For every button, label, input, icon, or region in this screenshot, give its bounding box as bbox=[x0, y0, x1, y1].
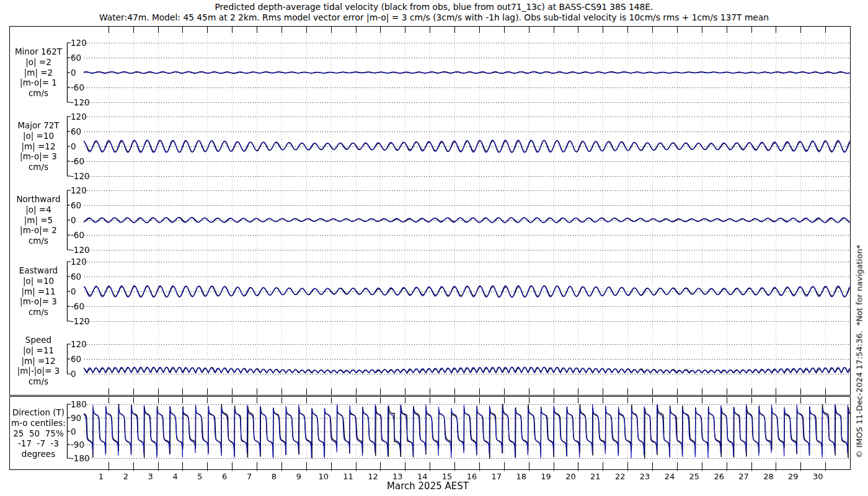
y-tick-label: 60 bbox=[71, 200, 81, 210]
panel-label-line: |m-o|= 3 bbox=[4, 151, 73, 162]
panel-label-line: cm/s bbox=[4, 307, 73, 317]
panel-label-line: |m-o|= 2 bbox=[4, 225, 73, 236]
panel-label-line: |m| =2 bbox=[4, 68, 73, 78]
panel-label-line: Minor 162T bbox=[4, 46, 73, 57]
x-tick-label: 18 bbox=[511, 472, 532, 481]
panel-label-block-northward: Northward|o| =4|m| =5|m-o|= 2cm/s bbox=[4, 194, 73, 246]
panel-label-line: |o| =11 bbox=[4, 345, 73, 356]
x-tick-label: 17 bbox=[486, 472, 507, 481]
x-tick-label: 4 bbox=[165, 472, 186, 481]
y-tick-label: 0 bbox=[71, 427, 76, 436]
x-tick-label: 9 bbox=[288, 472, 309, 481]
panel-label-line: degrees bbox=[4, 449, 73, 459]
y-tick-label: 120 bbox=[71, 185, 87, 195]
panel-label-line: m-o centiles: bbox=[4, 418, 73, 428]
x-tick-label: 13 bbox=[387, 472, 408, 481]
x-tick-label: 23 bbox=[634, 472, 655, 481]
y-tick-label: 0 bbox=[71, 68, 76, 78]
panel-label-line: |m-o|= 3 bbox=[4, 296, 73, 307]
y-tick-label: -90 bbox=[71, 440, 84, 450]
y-tick-label: -120 bbox=[71, 245, 90, 255]
panel-label-line: |m| =5 bbox=[4, 215, 73, 226]
x-tick-label: 25 bbox=[684, 472, 705, 481]
y-tick-label: -120 bbox=[71, 316, 90, 326]
panel-label-line: |m| =11 bbox=[4, 286, 73, 297]
panel-label-line: |o| =10 bbox=[4, 131, 73, 141]
chart-plot-canvas bbox=[0, 0, 868, 496]
y-tick-label: 60 bbox=[71, 53, 81, 63]
y-tick-label: -120 bbox=[71, 97, 90, 107]
y-tick-label: 60 bbox=[71, 354, 81, 364]
x-tick-label: 26 bbox=[709, 472, 730, 481]
panel-label-line: |o| =10 bbox=[4, 276, 73, 286]
x-tick-label: 28 bbox=[758, 472, 779, 481]
y-tick-label: -60 bbox=[71, 82, 84, 92]
panel-label-line: |m| =12 bbox=[4, 356, 73, 366]
panel-label-line: |m|-|o|= 3 bbox=[4, 366, 73, 376]
x-tick-label: 21 bbox=[585, 472, 606, 481]
x-tick-label: 10 bbox=[313, 472, 334, 481]
y-tick-label: 90 bbox=[71, 413, 81, 423]
x-tick-label: 14 bbox=[412, 472, 433, 481]
panel-label-line: cm/s bbox=[4, 88, 73, 99]
panel-label-line: Northward bbox=[4, 194, 73, 205]
panel-label-block-major: Major 72T|o| =10|m| =12|m-o|= 3cm/s bbox=[4, 120, 73, 172]
x-tick-label: 2 bbox=[115, 472, 136, 481]
panel-label-line: 25 50 75% bbox=[4, 428, 73, 439]
y-tick-label: 60 bbox=[71, 126, 81, 136]
y-tick-label: 120 bbox=[71, 257, 87, 267]
y-tick-label: 60 bbox=[71, 272, 81, 281]
y-tick-label: -120 bbox=[71, 171, 90, 181]
x-tick-label: 15 bbox=[436, 472, 458, 481]
panel-label-line: |o| =2 bbox=[4, 57, 73, 68]
x-tick-label: 7 bbox=[239, 472, 260, 481]
y-tick-label: 120 bbox=[71, 112, 87, 122]
y-tick-label: 0 bbox=[71, 215, 76, 225]
y-tick-label: -60 bbox=[71, 230, 84, 240]
x-tick-label: 29 bbox=[782, 472, 804, 481]
x-tick-label: 24 bbox=[659, 472, 680, 481]
x-tick-label: 3 bbox=[140, 472, 161, 481]
panel-label-line: |o| =4 bbox=[4, 205, 73, 215]
y-tick-label: -180 bbox=[71, 453, 90, 463]
x-tick-label: 27 bbox=[733, 472, 755, 481]
panel-label-line: -17 -7 -3 bbox=[4, 438, 73, 449]
y-tick-label: -60 bbox=[71, 156, 84, 166]
x-tick-label: 30 bbox=[807, 472, 828, 481]
tidal-velocity-chart: Predicted depth-average tidal velocity (… bbox=[0, 0, 868, 496]
x-tick-label: 1 bbox=[91, 472, 112, 481]
y-tick-label: 120 bbox=[71, 339, 87, 349]
x-tick-label: 22 bbox=[609, 472, 631, 481]
x-tick-label: 20 bbox=[560, 472, 581, 481]
x-tick-label: 11 bbox=[338, 472, 359, 481]
x-tick-label: 19 bbox=[536, 472, 557, 481]
panel-label-line: cm/s bbox=[4, 376, 73, 387]
panel-label-line: Major 72T bbox=[4, 120, 73, 131]
y-tick-label: 0 bbox=[71, 369, 76, 379]
panel-label-line: |m-o|= 1 bbox=[4, 78, 73, 88]
x-tick-label: 5 bbox=[189, 472, 210, 481]
panel-label-block-minor: Minor 162T|o| =2|m| =2|m-o|= 1cm/s bbox=[4, 46, 73, 99]
y-tick-label: 120 bbox=[71, 38, 87, 48]
panel-label-block-eastward: Eastward|o| =10|m| =11|m-o|= 3cm/s bbox=[4, 265, 73, 317]
y-tick-label: -60 bbox=[71, 301, 84, 311]
x-tick-label: 6 bbox=[214, 472, 235, 481]
y-tick-label: 0 bbox=[71, 286, 76, 296]
x-tick-label: 16 bbox=[461, 472, 482, 481]
panel-label-line: Speed bbox=[4, 335, 73, 345]
y-tick-label: 180 bbox=[71, 399, 87, 409]
imos-watermark: © IMOS 11-Dec-2024 17:54:36. *Not for na… bbox=[855, 245, 864, 458]
panel-label-line: Direction (T) bbox=[4, 407, 73, 418]
panel-label-line: |m| =12 bbox=[4, 141, 73, 152]
x-tick-label: 12 bbox=[362, 472, 383, 481]
panel-label-block-direction: Direction (T)m-o centiles:25 50 75%-17 -… bbox=[4, 407, 73, 459]
panel-label-line: cm/s bbox=[4, 236, 73, 246]
y-tick-label: 0 bbox=[71, 141, 76, 151]
panel-label-line: Eastward bbox=[4, 265, 73, 276]
x-axis-title: March 2025 AEST bbox=[335, 480, 521, 492]
x-tick-label: 8 bbox=[264, 472, 285, 481]
panel-label-line: cm/s bbox=[4, 162, 73, 172]
panel-label-block-speed: Speed|o| =11|m| =12|m|-|o|= 3cm/s bbox=[4, 335, 73, 387]
